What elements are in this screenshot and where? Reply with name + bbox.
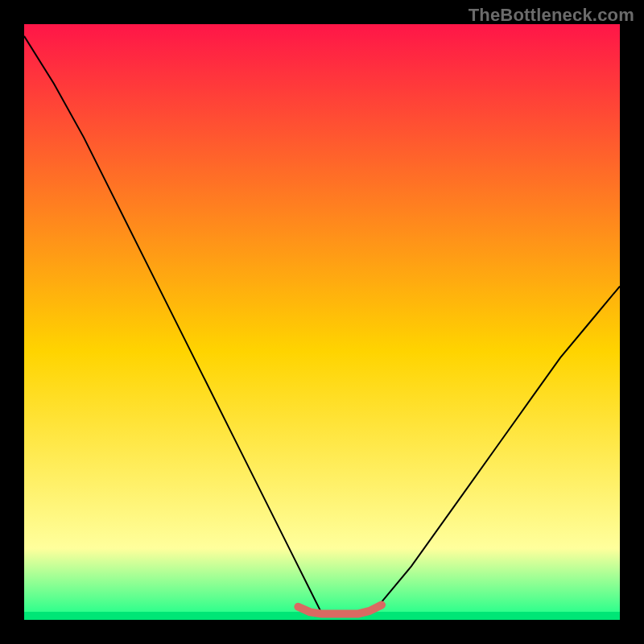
gradient-background (24, 24, 620, 620)
chart-plot-area (24, 24, 620, 620)
chart-frame: TheBottleneck.com (0, 0, 644, 644)
watermark-text: TheBottleneck.com (469, 5, 634, 26)
chart-svg (24, 24, 620, 620)
